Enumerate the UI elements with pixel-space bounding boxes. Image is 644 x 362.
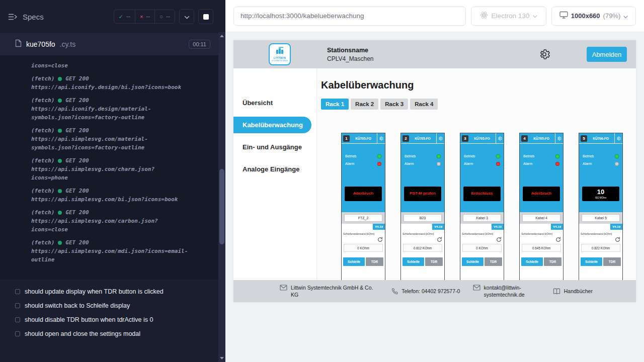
schleife-button[interactable]: Schleife [403, 257, 424, 266]
refresh-icon[interactable] [437, 237, 442, 242]
log-entry-head: (fetch) GET 200 [31, 238, 190, 247]
specs-list-icon [8, 13, 18, 21]
alarm-row: Alarm [583, 160, 619, 167]
device-card: 1 KÜ705-FO [341, 133, 385, 280]
firmware-version: V4.19 [610, 224, 622, 230]
nav-item-label: Kabelüberwachung [243, 121, 303, 129]
viewport-select[interactable]: 1000x660 (79%) [551, 7, 636, 26]
status-dot-icon [58, 77, 62, 81]
footer-email[interactable]: kontakt@littwin-systemtechnik.de [473, 284, 540, 298]
cable-name-field[interactable]: Kabel 3 [463, 214, 501, 222]
nav-item[interactable]: Analoge Eingänge [233, 161, 316, 177]
station-label: Stationsname [327, 47, 374, 54]
resistance-label: Schleifenwiderstand [kOhm] [401, 230, 444, 235]
collapse-runnables-button[interactable] [179, 9, 194, 24]
status-display: Aderbruch [345, 187, 382, 201]
alarm-row: Alarm [405, 160, 441, 167]
spec-file-ext: .cy.ts [60, 40, 76, 48]
card-settings-gear-icon[interactable] [377, 133, 385, 143]
tdr-button[interactable]: TDR [366, 257, 383, 266]
logout-button[interactable]: Abmelden [587, 47, 627, 62]
rack-tabs: Rack 1 Rack 2 Rack 3 Rack 4 [321, 99, 636, 110]
runner-content: Specs ✓ -- × -- ○ -- [0, 0, 218, 362]
settings-gear-icon[interactable] [538, 48, 550, 60]
schleife-button[interactable]: Schleife [581, 257, 602, 266]
log-prefix: (fetch) [31, 208, 54, 217]
test-item[interactable]: should open and close the settings modal [15, 327, 211, 341]
betrieb-row: Betrieb [464, 152, 500, 160]
x-icon: × [140, 14, 143, 20]
device-card: 2 KÜ705-FO [400, 133, 445, 280]
betrieb-row: Betrieb [583, 152, 619, 160]
betrieb-led [615, 154, 619, 158]
status-display-text: Erdschluss [470, 192, 494, 196]
tdr-button[interactable]: TDR [544, 257, 561, 266]
rack-tab[interactable]: Rack 1 [321, 99, 349, 110]
card-settings-gear-icon[interactable] [614, 133, 622, 143]
alarm-led [377, 162, 381, 166]
app-under-test: LITTWIN SYSTEMTECHNIK Stationsname CPLV4… [233, 40, 636, 302]
refresh-icon[interactable] [496, 237, 502, 242]
tdr-button[interactable]: TDR [603, 257, 621, 266]
footer-manuals[interactable]: Handbücher [553, 288, 593, 295]
scrollbar-thumb[interactable] [219, 169, 224, 244]
version-row: V4.19 [401, 224, 444, 230]
resistance-label: Schleifenwiderstand [kOhm] [579, 230, 622, 235]
logo-text: LITTWIN [274, 56, 286, 59]
resistance-value: 0 KOhm [462, 244, 502, 252]
cable-name-field[interactable]: FTZ_2 [344, 214, 382, 222]
schleife-button[interactable]: Schleife [343, 257, 365, 266]
cable-name-field[interactable]: Kabel 4 [522, 214, 560, 222]
tdr-button[interactable]: TDR [485, 257, 502, 266]
test-title: should open and close the settings modal [25, 330, 140, 337]
app-body: Übersicht Kabelüberwachung Ein- und Ausg… [233, 68, 636, 280]
nav-item[interactable]: Kabelüberwachung [233, 117, 311, 133]
cable-name-field[interactable]: Kabel 5 [582, 214, 620, 222]
cable-name-field[interactable]: B23 [404, 214, 442, 222]
runner-scrollbar[interactable] [218, 32, 225, 362]
specs-sidebar-toggle[interactable]: Specs [8, 13, 44, 21]
rack-tab[interactable]: Rack 3 [380, 99, 408, 110]
card-settings-gear-icon[interactable] [496, 133, 504, 143]
card-number: 5 [581, 135, 587, 142]
test-item[interactable]: should switch back to Schleife display [15, 299, 211, 313]
firmware-version: V4.19 [373, 224, 385, 230]
version-row: V4.19 [579, 224, 622, 230]
refresh-icon[interactable] [615, 237, 620, 242]
browser-select[interactable]: Electron 130 [471, 7, 546, 26]
stop-button[interactable] [198, 9, 213, 24]
status-dot-icon [58, 99, 62, 103]
app-footer: Littwin Systemtechnik GmbH & Co. KG Tele… [233, 280, 636, 302]
test-item[interactable]: should update display when TDR button is… [15, 285, 211, 299]
footer-phone[interactable]: Telefon: 04402 972577-0 [391, 288, 460, 295]
card-settings-gear-icon[interactable] [436, 133, 444, 143]
rack-tab[interactable]: Rack 4 [410, 99, 438, 110]
nav-item[interactable]: Übersicht [233, 95, 316, 111]
nav-item[interactable]: Ein- und Ausgänge [233, 139, 316, 155]
refresh-row [342, 235, 385, 242]
scroll-down-arrow-icon[interactable] [218, 354, 225, 362]
tdr-button[interactable]: TDR [425, 257, 443, 266]
spec-file-row[interactable]: kue705fo.cy.ts 00:11 [0, 33, 218, 55]
refresh-icon[interactable] [555, 237, 561, 242]
card-settings-gear-icon[interactable] [555, 133, 563, 143]
refresh-icon[interactable] [377, 237, 383, 242]
url-input[interactable] [233, 7, 466, 26]
card-lower-panel: V4.19 Schleifenwiderstand [kOhm] [342, 224, 385, 280]
status-display: 10 ISO MOhm [582, 187, 619, 201]
alarm-label: Alarm [523, 162, 532, 165]
rack-tab[interactable]: Rack 2 [351, 99, 378, 110]
test-item[interactable]: should disable TDR button when tdrActive… [15, 313, 211, 327]
status-dot-icon [58, 129, 62, 133]
schleife-button[interactable]: Schleife [462, 257, 484, 266]
refresh-row [579, 235, 622, 242]
schleife-button[interactable]: Schleife [521, 257, 543, 266]
chevron-down-icon [623, 12, 628, 21]
refresh-row [401, 235, 444, 242]
log-status: GET 200 [65, 74, 89, 83]
log-url: https://api.simplesvg.com/mdi.json?icons… [31, 247, 190, 264]
scroll-up-arrow-icon[interactable] [218, 32, 225, 40]
footer-company[interactable]: Littwin Systemtechnik GmbH & Co. KG [280, 284, 379, 298]
card-model: KÜ705-FO [528, 137, 555, 140]
log-entry-head: (fetch) GET 200 [31, 187, 190, 195]
